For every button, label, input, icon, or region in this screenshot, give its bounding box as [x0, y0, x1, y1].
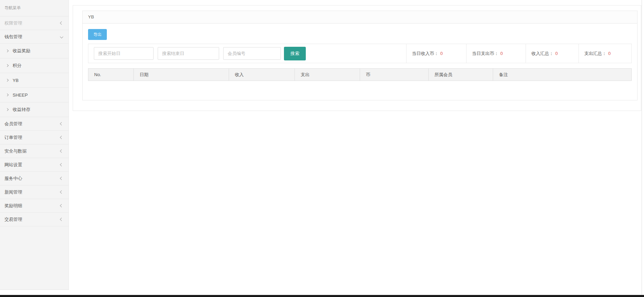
column-header: 收入 — [229, 69, 295, 81]
chevron-right-icon — [6, 64, 9, 67]
sidebar-item-earn-transfer[interactable]: 收益转存 — [0, 102, 69, 117]
sidebar-item-label: 新闻管理 — [4, 189, 22, 195]
sidebar-item-label: 服务中心 — [4, 175, 22, 182]
sidebar-item-members[interactable]: 会员管理 — [0, 117, 69, 131]
search-bar: 搜索 当日收入币：0当日支出币：0收入汇总：0支出汇总：0 — [88, 44, 632, 63]
sidebar-item-reward-detail[interactable]: 奖励明细 — [0, 199, 69, 213]
sidebar-item-permissions[interactable]: 权限管理 — [0, 16, 69, 30]
chevron-right-icon — [6, 50, 9, 52]
sidebar-item-points[interactable]: 积分 — [0, 58, 69, 73]
stat-label: 当日收入币： — [412, 51, 439, 57]
sidebar-item-label: 奖励明细 — [4, 203, 22, 209]
chevron-left-icon — [60, 204, 63, 208]
stat-label: 收入汇总： — [531, 51, 554, 57]
yb-panel: YB 导出 搜索 当日收入币：0当日支出币：0收入汇总：0支出汇总：0 No.日… — [82, 11, 638, 100]
chevron-right-icon — [6, 108, 9, 111]
sidebar-menu: 权限管理钱包管理收益奖励积分YBSHEEP收益转存会员管理订单管理安全与数据网站… — [0, 16, 69, 226]
search-end-date-input[interactable] — [158, 47, 219, 60]
chevron-right-icon — [6, 79, 9, 82]
stat-cell: 当日支出币：0 — [466, 44, 526, 63]
sidebar-item-wallet[interactable]: 钱包管理 — [0, 30, 69, 44]
chevron-right-icon — [6, 94, 9, 96]
chevron-left-icon — [60, 177, 63, 180]
table-header-row: No.日期收入支出币所属会员备注 — [88, 69, 632, 81]
stats-summary: 当日收入币：0当日支出币：0收入汇总：0支出汇总：0 — [406, 44, 631, 63]
sidebar-item-label: 订单管理 — [4, 135, 22, 141]
stat-label: 支出汇总： — [584, 51, 606, 57]
chevron-left-icon — [60, 218, 63, 221]
sidebar-item-label: 收益转存 — [13, 107, 30, 113]
sidebar-item-label: 会员管理 — [4, 121, 22, 127]
stat-value: 0 — [500, 51, 503, 56]
sidebar-item-trade[interactable]: 交易管理 — [0, 213, 69, 226]
sidebar-item-label: 网站设置 — [4, 162, 22, 168]
stat-value: 0 — [608, 51, 611, 56]
column-header: 币 — [360, 69, 429, 81]
panel-body: 导出 搜索 当日收入币：0当日支出币：0收入汇总：0支出汇总：0 No.日期收入… — [83, 24, 637, 81]
chevron-left-icon — [60, 122, 63, 126]
panel-title: YB — [83, 11, 637, 24]
sidebar-item-service-center[interactable]: 服务中心 — [0, 172, 69, 185]
sidebar-item-label: SHEEP — [13, 93, 28, 98]
sidebar-item-earn-reward[interactable]: 收益奖励 — [0, 44, 69, 58]
sidebar-item-yb[interactable]: YB — [0, 73, 69, 88]
stat-cell: 支出汇总：0 — [578, 44, 631, 63]
sidebar-item-label: 权限管理 — [4, 20, 22, 26]
search-start-date-input[interactable] — [94, 47, 154, 60]
window-bottom-edge — [0, 295, 644, 297]
sidebar: 导航菜单 权限管理钱包管理收益奖励积分YBSHEEP收益转存会员管理订单管理安全… — [0, 0, 69, 290]
chevron-left-icon — [60, 163, 63, 167]
column-header: 备注 — [493, 69, 632, 81]
chevron-left-icon — [60, 22, 63, 25]
sidebar-item-security-data[interactable]: 安全与数据 — [0, 144, 69, 158]
member-id-input[interactable] — [223, 47, 281, 60]
column-header: No. — [88, 69, 134, 81]
sidebar-item-news[interactable]: 新闻管理 — [0, 185, 69, 199]
records-table: No.日期收入支出币所属会员备注 — [88, 68, 632, 81]
search-button[interactable]: 搜索 — [284, 47, 306, 60]
sidebar-item-sheep[interactable]: SHEEP — [0, 88, 69, 102]
chevron-down-icon — [60, 35, 63, 39]
sidebar-item-label: 收益奖励 — [13, 48, 30, 54]
sidebar-item-site-settings[interactable]: 网站设置 — [0, 158, 69, 172]
chevron-left-icon — [60, 150, 63, 153]
stat-value: 0 — [555, 51, 558, 56]
sidebar-item-label: 钱包管理 — [4, 34, 22, 40]
stat-value: 0 — [440, 51, 443, 56]
export-button[interactable]: 导出 — [88, 29, 107, 40]
stat-label: 当日支出币： — [472, 51, 499, 57]
sidebar-item-label: 交易管理 — [4, 216, 22, 223]
sidebar-title: 导航菜单 — [0, 0, 69, 16]
window-right-edge — [642, 0, 642, 295]
chevron-left-icon — [60, 190, 63, 194]
column-header: 支出 — [295, 69, 360, 81]
chevron-left-icon — [60, 136, 63, 139]
stat-cell: 收入汇总：0 — [526, 44, 578, 63]
sidebar-item-orders[interactable]: 订单管理 — [0, 131, 69, 144]
stat-cell: 当日收入币：0 — [406, 44, 466, 63]
sidebar-item-label: YB — [13, 78, 18, 83]
column-header: 所属会员 — [429, 69, 493, 81]
column-header: 日期 — [134, 69, 229, 81]
sidebar-item-label: 积分 — [13, 62, 22, 69]
sidebar-item-label: 安全与数据 — [4, 148, 27, 154]
